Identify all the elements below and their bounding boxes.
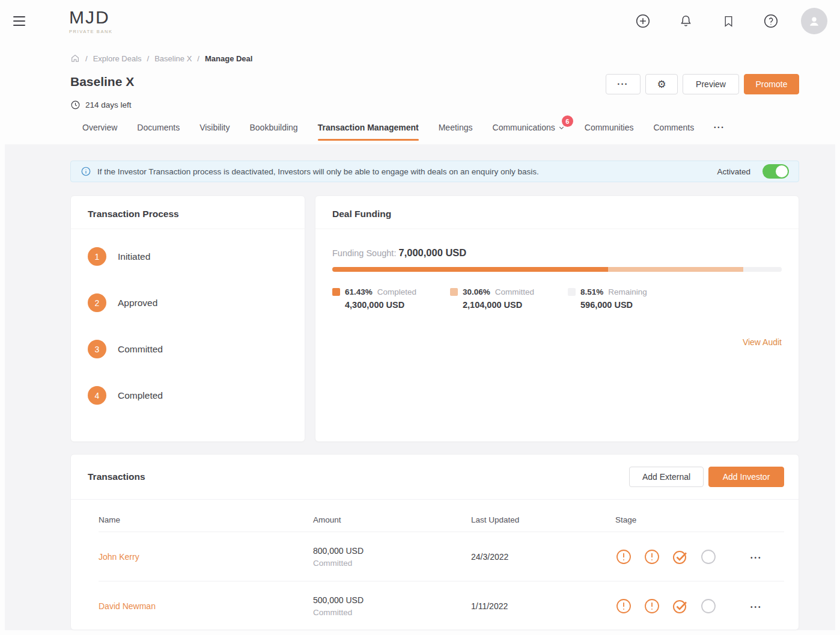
stage-alert-icon[interactable] [615, 598, 632, 615]
deal-funding-card: Deal Funding Funding Sought: 7,000,000 U… [315, 195, 799, 442]
transactions-card: Transactions Add External Add Investor N… [70, 454, 799, 630]
settings-button[interactable]: ⚙ [645, 74, 678, 94]
stage-empty-icon[interactable] [700, 548, 717, 565]
row-actions-menu[interactable]: ••• [750, 601, 784, 612]
more-actions-button[interactable]: ••• [606, 74, 641, 94]
remaining-swatch [568, 288, 576, 296]
stage-alert-icon[interactable] [644, 548, 660, 565]
ellipsis-icon: ••• [750, 604, 762, 610]
investor-name-link[interactable]: John Kerry [99, 552, 313, 562]
tab-documents[interactable]: Documents [137, 123, 180, 141]
view-audit-link[interactable]: View Audit [743, 337, 782, 347]
activation-banner: If the Investor Transaction process is d… [70, 161, 799, 182]
stage-check-icon[interactable] [672, 548, 689, 565]
column-amount: Amount [313, 515, 471, 524]
ellipsis-icon: ••• [618, 81, 628, 87]
legend-completed: 61.43% Completed 4,300,000 USD [332, 287, 450, 310]
deal-tabs: Overview Documents Visibility Bookbuildi… [82, 123, 725, 141]
stage-alert-icon[interactable] [615, 548, 632, 565]
stage-check-icon[interactable] [672, 598, 689, 615]
menu-hamburger-icon[interactable] [13, 16, 25, 26]
investor-name-link[interactable]: David Newman [99, 601, 313, 611]
preview-button[interactable]: Preview [683, 74, 739, 94]
breadcrumb-explore-deals[interactable]: Explore Deals [93, 54, 142, 63]
logo-tagline: PRIVATE BANK [69, 29, 113, 34]
brand-logo: MJD PRIVATE BANK [69, 7, 113, 34]
stage-empty-icon[interactable] [700, 598, 717, 615]
remaining-amount: 596,000 USD [580, 300, 686, 310]
tab-communities[interactable]: Communities [585, 123, 634, 141]
deal-funding-title: Deal Funding [315, 196, 799, 229]
tab-transaction-management[interactable]: Transaction Management [318, 123, 419, 141]
funding-progress-bar [332, 267, 782, 272]
step-number-badge: 4 [88, 386, 106, 405]
stage-indicators [615, 548, 750, 565]
deal-countdown: 214 days left [70, 100, 132, 110]
step-approved: 2 Approved [88, 293, 288, 312]
progress-remaining [743, 267, 782, 272]
progress-committed [608, 267, 743, 272]
transaction-process-card: Transaction Process 1 Initiated 2 Approv… [70, 195, 305, 442]
breadcrumb-separator: / [85, 54, 88, 63]
row-actions-menu[interactable]: ••• [750, 551, 784, 562]
toggle-label: Activated [717, 167, 750, 176]
funding-sought: Funding Sought: 7,000,000 USD [332, 247, 782, 259]
promote-button[interactable]: Promote [744, 74, 799, 94]
clock-icon [70, 100, 81, 110]
header-icon-bar [630, 8, 827, 34]
user-avatar[interactable] [801, 8, 827, 34]
tab-visibility[interactable]: Visibility [199, 123, 230, 141]
stage-indicators [615, 598, 750, 615]
tab-communications[interactable]: Communications 6 [493, 123, 565, 141]
transaction-process-title: Transaction Process [71, 196, 305, 229]
breadcrumb-baseline-x[interactable]: Baseline X [154, 54, 192, 63]
banner-text: If the Investor Transaction process is d… [97, 167, 711, 176]
table-row: John Kerry 800,000 USD Committed 24/3/20… [99, 532, 784, 581]
toggle-knob [776, 165, 788, 177]
breadcrumb-separator: / [197, 54, 199, 63]
breadcrumb-manage-deal: Manage Deal [205, 54, 252, 63]
help-icon[interactable] [758, 8, 784, 34]
stage-alert-icon[interactable] [644, 598, 660, 615]
bell-icon[interactable] [673, 8, 698, 34]
committed-amount: 2,104,000 USD [463, 300, 568, 310]
transactions-title: Transactions [88, 471, 145, 482]
ellipsis-icon: ••• [750, 554, 762, 561]
column-last-updated: Last Updated [471, 515, 615, 524]
add-external-button[interactable]: Add External [629, 467, 704, 487]
transactions-table: Name Amount Last Updated Stage John Kerr… [99, 500, 784, 630]
tab-comments[interactable]: Comments [653, 123, 694, 141]
home-icon[interactable] [70, 54, 80, 63]
gear-icon: ⚙ [657, 78, 666, 91]
step-committed: 3 Committed [88, 340, 288, 358]
completed-amount: 4,300,000 USD [345, 300, 450, 310]
activated-toggle[interactable] [762, 164, 789, 179]
breadcrumb-separator: / [147, 54, 150, 63]
step-number-badge: 1 [88, 247, 106, 266]
add-investor-button[interactable]: Add Investor [708, 467, 784, 487]
step-completed: 4 Completed [88, 386, 288, 405]
step-number-badge: 3 [88, 340, 106, 358]
tab-bookbuilding[interactable]: Bookbuilding [249, 123, 297, 141]
app-window: MJD PRIVATE BANK / Explore Deals / Basel… [0, 0, 840, 635]
tab-overflow[interactable]: ••• [714, 123, 725, 141]
legend-remaining: 8.51% Remaining 596,000 USD [568, 287, 686, 310]
last-updated-value: 24/3/2022 [471, 552, 615, 562]
page-actions: ••• ⚙ Preview Promote [606, 74, 799, 94]
funding-legend: 61.43% Completed 4,300,000 USD 30.06% Co… [332, 287, 782, 310]
completed-swatch [332, 288, 340, 296]
bookmark-icon[interactable] [716, 8, 741, 34]
committed-swatch [450, 288, 458, 296]
info-icon [81, 166, 91, 177]
tab-meetings[interactable]: Meetings [439, 123, 473, 141]
communications-badge: 6 [562, 115, 573, 127]
tab-overview[interactable]: Overview [82, 123, 117, 141]
step-number-badge: 2 [88, 293, 106, 312]
ellipsis-icon: ••• [714, 124, 725, 130]
add-icon[interactable] [630, 8, 656, 34]
table-row: David Newman 500,000 USD Committed 1/11/… [99, 581, 784, 630]
amount-status: Committed [313, 559, 471, 568]
last-updated-value: 1/11/2022 [471, 601, 615, 611]
days-left-text: 214 days left [85, 100, 132, 109]
table-header-row: Name Amount Last Updated Stage [99, 500, 784, 532]
